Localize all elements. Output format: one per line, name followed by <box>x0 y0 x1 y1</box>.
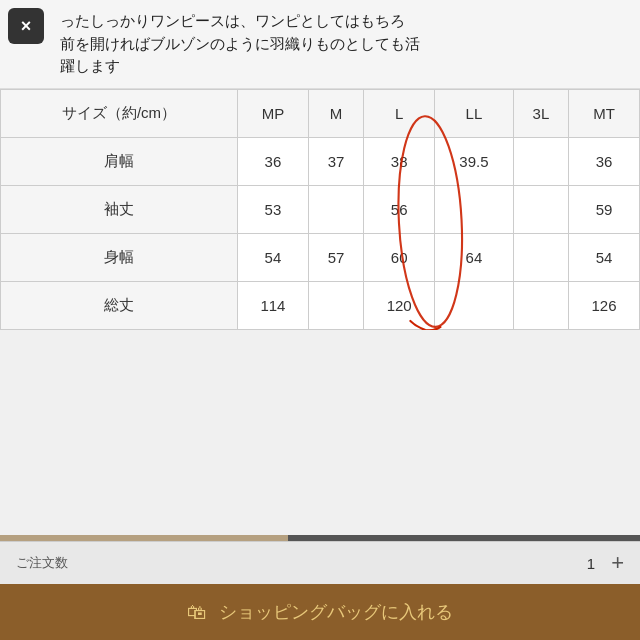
table-row: 袖丈 53 56 59 <box>1 185 640 233</box>
cell-width-l: 60 <box>364 233 435 281</box>
progress-bar-fill <box>0 535 288 541</box>
cell-length-ll <box>435 281 514 329</box>
cell-width-mp: 54 <box>238 233 309 281</box>
cell-sleeve-mp: 53 <box>238 185 309 233</box>
cell-sleeve-l: 56 <box>364 185 435 233</box>
order-quantity-controls: 1 + <box>587 550 624 576</box>
progress-bar <box>0 535 640 541</box>
cell-sleeve-mt: 59 <box>569 185 640 233</box>
table-row: 肩幅 36 37 38 39.5 36 <box>1 137 640 185</box>
cell-length-3l <box>513 281 568 329</box>
table-row: 身幅 54 57 60 64 54 <box>1 233 640 281</box>
close-icon: × <box>21 17 32 35</box>
cell-sleeve-ll <box>435 185 514 233</box>
cell-width-m: 57 <box>308 233 363 281</box>
cell-width-3l <box>513 233 568 281</box>
row-label-sleeve: 袖丈 <box>1 185 238 233</box>
cell-sleeve-m <box>308 185 363 233</box>
header: × ったしっかりワンピースは、ワンピとしてはもちろ 前を開ければブルゾンのように… <box>0 0 640 89</box>
cell-shoulder-m: 37 <box>308 137 363 185</box>
cell-width-mt: 54 <box>569 233 640 281</box>
cell-sleeve-3l <box>513 185 568 233</box>
row-label-length: 総丈 <box>1 281 238 329</box>
cell-length-mt: 126 <box>569 281 640 329</box>
row-label-shoulder: 肩幅 <box>1 137 238 185</box>
close-button[interactable]: × <box>8 8 44 44</box>
add-to-cart-button[interactable]: 🛍 ショッピングバッグに入れる <box>0 584 640 640</box>
col-header-l: L <box>364 89 435 137</box>
cart-button-label: ショッピングバッグに入れる <box>219 600 453 624</box>
description-text: ったしっかりワンピースは、ワンピとしてはもちろ 前を開ければブルゾンのように羽織… <box>60 10 626 78</box>
size-header: サイズ（約/cm） <box>1 89 238 137</box>
col-header-ll: LL <box>435 89 514 137</box>
cell-width-ll: 64 <box>435 233 514 281</box>
bottom-area: ご注文数 1 + 🛍 ショッピングバッグに入れる <box>0 535 640 640</box>
col-header-m: M <box>308 89 363 137</box>
cell-shoulder-l: 38 <box>364 137 435 185</box>
cell-length-m <box>308 281 363 329</box>
size-table: サイズ（約/cm） MP M L LL 3L MT 肩幅 36 37 38 39… <box>0 89 640 330</box>
col-header-3l: 3L <box>513 89 568 137</box>
table-row: 総丈 114 120 126 <box>1 281 640 329</box>
size-table-wrapper: サイズ（約/cm） MP M L LL 3L MT 肩幅 36 37 38 39… <box>0 89 640 330</box>
cell-shoulder-mt: 36 <box>569 137 640 185</box>
col-header-mp: MP <box>238 89 309 137</box>
table-container: サイズ（約/cm） MP M L LL 3L MT 肩幅 36 37 38 39… <box>0 89 640 330</box>
cell-shoulder-3l <box>513 137 568 185</box>
quantity-display: 1 <box>587 555 595 572</box>
cell-length-l: 120 <box>364 281 435 329</box>
cart-icon: 🛍 <box>187 601 207 624</box>
order-bar: ご注文数 1 + <box>0 541 640 584</box>
cell-shoulder-ll: 39.5 <box>435 137 514 185</box>
row-label-width: 身幅 <box>1 233 238 281</box>
cell-shoulder-mp: 36 <box>238 137 309 185</box>
order-label: ご注文数 <box>16 554 68 572</box>
col-header-mt: MT <box>569 89 640 137</box>
cell-length-mp: 114 <box>238 281 309 329</box>
quantity-plus-button[interactable]: + <box>611 550 624 576</box>
